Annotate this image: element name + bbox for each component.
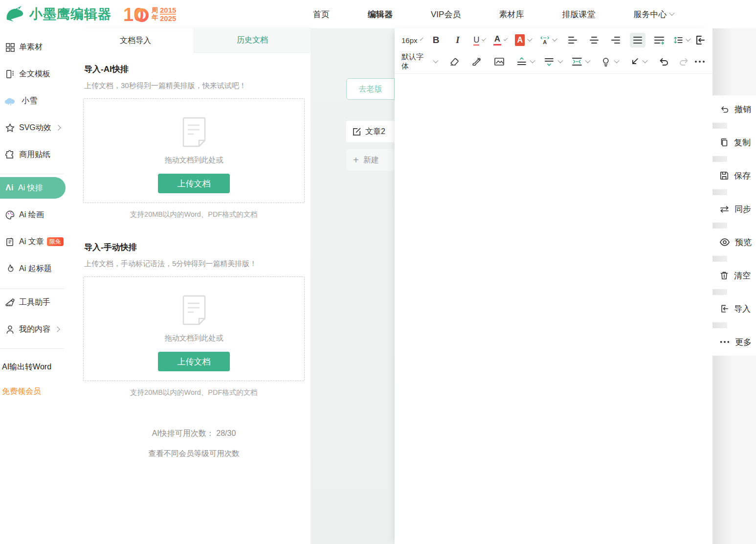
star-icon [4, 122, 16, 134]
ellipsis-icon [694, 60, 706, 64]
logo-text: 小墨鹰编辑器 [29, 5, 111, 23]
action-import[interactable]: 导入 [712, 295, 756, 322]
action-preview[interactable]: 预览 [712, 228, 756, 256]
align-left-button[interactable] [565, 33, 580, 47]
sidebar-divider [0, 348, 64, 349]
action-clear[interactable]: 清空 [712, 262, 756, 289]
lamp-icon [600, 56, 611, 68]
space-above-icon [516, 56, 528, 67]
space-above-button[interactable] [514, 54, 537, 69]
quota-label: AI快排可用次数： [152, 429, 214, 437]
space-below-button[interactable] [541, 54, 564, 69]
insert-image-button[interactable] [491, 54, 507, 69]
clear-format-button[interactable] [446, 54, 462, 69]
chevron-down-icon [614, 57, 619, 63]
upload-document-button[interactable]: 上传文档 [158, 174, 230, 193]
chevron-down-icon [433, 57, 439, 63]
flame-icon [4, 263, 16, 274]
chevron-down-icon [686, 36, 691, 42]
action-more[interactable]: 更多 [712, 328, 756, 356]
nav-item-service[interactable]: 服务中心 [633, 9, 674, 20]
chevron-down-icon [482, 37, 486, 41]
import-panel: 文档导入 历史文档 导入-AI快排 上传文档，30秒得到一篇精美排版，快来试试吧… [77, 28, 311, 544]
action-save[interactable]: 保存 [712, 162, 756, 189]
logo[interactable]: 小墨鹰编辑器 [5, 5, 111, 23]
line-height-button[interactable] [671, 33, 692, 47]
format-painter-button[interactable] [469, 54, 485, 69]
sidebar-item-full-template[interactable]: 全文模板 [0, 63, 77, 85]
undo-icon [719, 105, 730, 114]
sidebar-item-ai-title[interactable]: Ai 起标题 [0, 258, 77, 279]
chevron-down-icon [420, 37, 423, 40]
sidebar-item-ai-painting[interactable]: Ai 绘画 [0, 204, 77, 226]
indent-icon [653, 35, 665, 45]
quota-levels-link[interactable]: 查看不同会员等级可用次数 [83, 449, 305, 459]
anniv-nian: 年 [152, 14, 158, 21]
font-color-button[interactable]: A [491, 33, 509, 47]
action-copy[interactable]: 复制 [712, 129, 756, 156]
bold-button[interactable]: B [428, 33, 444, 47]
article-icon [4, 236, 16, 248]
sidebar-item-xiaoxue[interactable]: 小雪 [0, 90, 77, 112]
nav-item-editor[interactable]: 编辑器 [368, 9, 393, 20]
justify-button[interactable] [630, 33, 645, 47]
sidebar-item-free-vip[interactable]: 免费领会员 [0, 381, 77, 402]
sidebar-item-single-material[interactable]: 单素材 [0, 36, 77, 58]
sidebar-divider [0, 174, 64, 174]
palette-icon [4, 209, 16, 221]
redo-icon [678, 56, 690, 67]
ai-import-title: 导入-AI快排 [84, 64, 304, 75]
editor-column: 16px B I U A A A [395, 28, 712, 544]
new-document-button[interactable]: + 新建 [346, 149, 395, 171]
ai-import-dropzone[interactable]: 拖动文档到此处或 上传文档 [83, 98, 305, 203]
nav-item-course[interactable]: 排版课堂 [562, 9, 595, 20]
drop-hint: 拖动文档到此处或 [165, 156, 223, 165]
underline-button[interactable]: U [471, 33, 487, 47]
redo-button[interactable] [676, 54, 692, 69]
anniv-year-from: 2015 [160, 6, 176, 15]
ai-import-support-note: 支持20MB以内的Word、PDF格式的文档 [83, 210, 305, 219]
sidebar-item-my-content[interactable]: 我的内容 [0, 318, 77, 340]
upload-document-button[interactable]: 上传文档 [158, 352, 230, 371]
editor-canvas[interactable] [395, 74, 712, 496]
align-center-button[interactable] [586, 33, 602, 47]
app-root: 小墨鹰编辑器 10 周 年 2015 2025 [0, 0, 756, 544]
sidebar-item-ai-article[interactable]: Ai 文章 限免 [0, 231, 77, 252]
undo-button[interactable] [656, 54, 671, 69]
action-sync[interactable]: 同步 [712, 195, 756, 223]
nav-item-vip[interactable]: VIP会员 [431, 9, 461, 20]
legacy-version-button[interactable]: 去老版 [346, 78, 395, 100]
collapse-panel-button[interactable] [692, 33, 708, 47]
manual-import-dropzone[interactable]: 拖动文档到此处或 上传文档 [83, 276, 305, 381]
indent-button[interactable] [651, 33, 667, 47]
more-tools-button[interactable] [692, 54, 708, 69]
sidebar-item-svg-animation[interactable]: SVG动效 [0, 117, 77, 138]
font-family-select[interactable]: 默认字体 [400, 54, 440, 69]
ellipsis-icon [719, 340, 730, 344]
sidebar-item-tool-assistant[interactable]: 工具助手 [0, 292, 77, 313]
chevron-down-icon [585, 57, 591, 63]
trash-icon [719, 271, 729, 280]
sidebar-item-ai-to-word[interactable]: AI输出转Word [0, 356, 77, 378]
letter-spacing-button[interactable]: A [538, 33, 558, 47]
ai-logo-icon: Λi [4, 182, 16, 194]
document-tab[interactable]: 文章2 [346, 121, 395, 142]
align-right-button[interactable] [608, 33, 623, 47]
inspiration-button[interactable] [599, 54, 621, 69]
tab-history-documents[interactable]: 历史文档 [194, 28, 311, 53]
highlight-color-button[interactable]: A [513, 33, 534, 47]
italic-button[interactable]: I [450, 33, 466, 47]
eye-icon [719, 238, 730, 247]
font-size-select[interactable]: 16px [400, 33, 424, 47]
insert-break-button[interactable] [627, 54, 649, 69]
nav-item-materials[interactable]: 素材库 [499, 9, 524, 20]
sidebar-item-ai-quick-layout[interactable]: Λi Ai 快排 [0, 177, 66, 199]
horizontal-margin-button[interactable] [569, 54, 592, 69]
left-sidebar: 单素材 全文模板 小雪 SVG动效 商用贴纸 Λi Ai 快排 Ai 绘画 [0, 28, 78, 544]
letter-spacing-icon: A [540, 34, 550, 46]
import-icon [719, 304, 729, 314]
tab-document-import[interactable]: 文档导入 [77, 28, 194, 53]
nav-item-home[interactable]: 首页 [313, 9, 330, 20]
action-undo[interactable]: 撤销 [712, 95, 756, 123]
sidebar-item-commercial-sticker[interactable]: 商用贴纸 [0, 144, 77, 165]
